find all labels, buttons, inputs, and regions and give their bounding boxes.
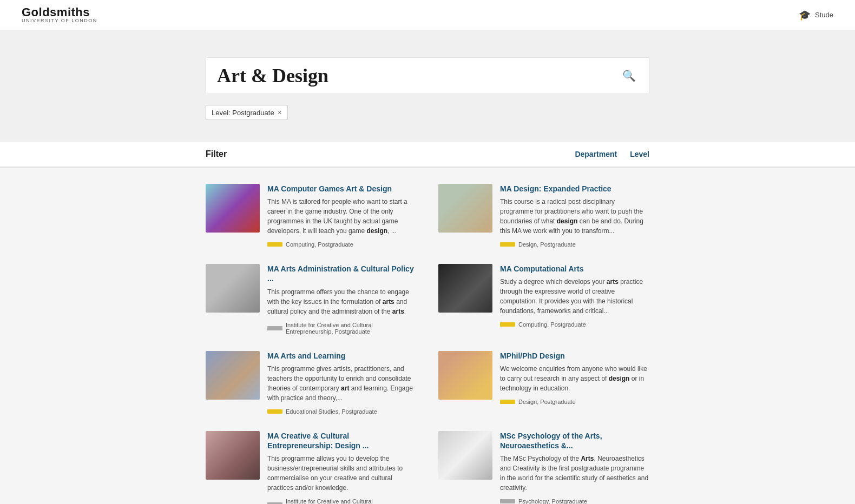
- course-tag-dot-arts-learning: [267, 409, 282, 414]
- mortarboard-icon: 🎓: [799, 9, 811, 21]
- course-info-arts-admin: MA Arts Administration & Cultural Policy…: [267, 264, 417, 334]
- course-card-arts-admin: MA Arts Administration & Cultural Policy…: [206, 264, 417, 334]
- filter-level[interactable]: Level: [630, 150, 649, 158]
- course-card-arts-learning: MA Arts and Learning This programme give…: [206, 351, 417, 415]
- filter-label: Filter: [206, 149, 227, 159]
- course-tags-computational-arts: Computing, Postgraduate: [500, 321, 649, 328]
- course-info-design-expanded: MA Design: Expanded Practice This course…: [500, 184, 649, 248]
- course-tags-creative-entrepreneurship: Institute for Creative and Cultural Entr…: [267, 498, 417, 504]
- logo-subtitle: University of London: [22, 18, 97, 23]
- course-desc-design-expanded: This course is a radical post-disciplina…: [500, 197, 649, 236]
- course-grid: MA Computer Games Art & Design This MA i…: [206, 184, 649, 504]
- course-title-computer-games[interactable]: MA Computer Games Art & Design: [267, 184, 417, 194]
- course-title-computational-arts[interactable]: MA Computational Arts: [500, 264, 649, 274]
- filter-department[interactable]: Department: [575, 150, 617, 158]
- course-tags-mphil-design: Design, Postgraduate: [500, 399, 649, 405]
- course-card-computational-arts: MA Computational Arts Study a degree whi…: [438, 264, 649, 334]
- course-tag-text-arts-learning: Educational Studies, Postgraduate: [286, 408, 377, 415]
- main-content: MA Computer Games Art & Design This MA i…: [184, 184, 671, 504]
- search-button[interactable]: 🔍: [620, 67, 638, 84]
- course-tag-text-mphil-design: Design, Postgraduate: [518, 399, 576, 405]
- course-tag-text-design-expanded: Design, Postgraduate: [518, 241, 576, 248]
- search-box: Art & Design 🔍: [206, 57, 649, 94]
- course-title-arts-admin[interactable]: MA Arts Administration & Cultural Policy…: [267, 264, 417, 283]
- course-tags-arts-learning: Educational Studies, Postgraduate: [267, 408, 417, 415]
- course-tag-text-creative-entrepreneurship: Institute for Creative and Cultural Entr…: [286, 498, 417, 504]
- active-filters: Level: Postgraduate ×: [206, 105, 649, 120]
- course-tags-msc-psychology: Psychology, Postgraduate: [500, 498, 649, 504]
- header-right: 🎓 Stude: [799, 9, 833, 21]
- course-tag-dot-msc-psychology: [500, 499, 515, 503]
- course-title-msc-psychology[interactable]: MSc Psychology of the Arts, Neuroaesthet…: [500, 431, 649, 450]
- course-title-creative-entrepreneurship[interactable]: MA Creative & Cultural Entrepreneurship:…: [267, 431, 417, 450]
- course-tag-text-computational-arts: Computing, Postgraduate: [518, 321, 586, 328]
- course-tags-design-expanded: Design, Postgraduate: [500, 241, 649, 248]
- site-logo[interactable]: Goldsmiths University of London: [22, 6, 97, 23]
- course-desc-mphil-design: We welcome enquiries from anyone who wou…: [500, 364, 649, 393]
- course-title-mphil-design[interactable]: MPhil/PhD Design: [500, 351, 649, 361]
- course-tag-text-msc-psychology: Psychology, Postgraduate: [518, 498, 587, 504]
- course-thumbnail-msc-psychology: [438, 431, 492, 480]
- course-desc-computer-games: This MA is tailored for people who want …: [267, 197, 417, 236]
- course-thumbnail-arts-admin: [206, 264, 260, 313]
- course-tag-dot-mphil-design: [500, 400, 515, 404]
- course-tag-dot-design-expanded: [500, 242, 515, 247]
- course-desc-arts-admin: This programme offers you the chance to …: [267, 287, 417, 316]
- course-desc-msc-psychology: The MSc Psychology of the Arts, Neuroaes…: [500, 454, 649, 493]
- course-thumbnail-computational-arts: [438, 264, 492, 313]
- course-tag-text-arts-admin: Institute for Creative and Cultural Entr…: [286, 322, 417, 335]
- course-card-computer-games: MA Computer Games Art & Design This MA i…: [206, 184, 417, 248]
- course-card-creative-entrepreneurship: MA Creative & Cultural Entrepreneurship:…: [206, 431, 417, 504]
- filter-tag-remove[interactable]: ×: [278, 108, 282, 117]
- page-title: Art & Design: [217, 64, 620, 87]
- course-info-msc-psychology: MSc Psychology of the Arts, Neuroaesthet…: [500, 431, 649, 504]
- filter-options: Department Level: [575, 150, 649, 158]
- student-link[interactable]: Stude: [815, 11, 833, 19]
- course-info-computational-arts: MA Computational Arts Study a degree whi…: [500, 264, 649, 328]
- course-thumbnail-mphil-design: [438, 351, 492, 400]
- course-tag-dot-computer-games: [267, 242, 282, 247]
- filter-bar: Filter Department Level: [0, 142, 855, 168]
- course-info-mphil-design: MPhil/PhD Design We welcome enquiries fr…: [500, 351, 649, 405]
- course-card-msc-psychology: MSc Psychology of the Arts, Neuroaesthet…: [438, 431, 649, 504]
- course-card-design-expanded: MA Design: Expanded Practice This course…: [438, 184, 649, 248]
- course-title-design-expanded[interactable]: MA Design: Expanded Practice: [500, 184, 649, 194]
- logo-name: Goldsmiths: [22, 6, 97, 18]
- course-tags-arts-admin: Institute for Creative and Cultural Entr…: [267, 322, 417, 335]
- course-title-arts-learning[interactable]: MA Arts and Learning: [267, 351, 417, 361]
- course-info-arts-learning: MA Arts and Learning This programme give…: [267, 351, 417, 415]
- course-tag-dot-computational-arts: [500, 322, 515, 327]
- course-tag-dot-arts-admin: [267, 326, 282, 330]
- course-desc-arts-learning: This programme gives artists, practition…: [267, 364, 417, 403]
- course-info-computer-games: MA Computer Games Art & Design This MA i…: [267, 184, 417, 248]
- course-card-mphil-design: MPhil/PhD Design We welcome enquiries fr…: [438, 351, 649, 415]
- course-thumbnail-creative-entrepreneurship: [206, 431, 260, 480]
- course-desc-creative-entrepreneurship: This programme allows you to develop the…: [267, 454, 417, 493]
- course-thumbnail-design-expanded: [438, 184, 492, 233]
- course-info-creative-entrepreneurship: MA Creative & Cultural Entrepreneurship:…: [267, 431, 417, 504]
- course-desc-computational-arts: Study a degree which develops your arts …: [500, 277, 649, 316]
- course-thumbnail-computer-games: [206, 184, 260, 233]
- course-tags-computer-games: Computing, Postgraduate: [267, 241, 417, 248]
- course-thumbnail-arts-learning: [206, 351, 260, 400]
- filter-tag-level-postgrad[interactable]: Level: Postgraduate ×: [206, 105, 288, 120]
- course-tag-text-computer-games: Computing, Postgraduate: [286, 241, 353, 248]
- hero-section: Art & Design 🔍 Level: Postgraduate ×: [0, 30, 855, 142]
- filter-tag-label: Level: Postgraduate: [212, 109, 274, 117]
- site-header: Goldsmiths University of London 🎓 Stude: [0, 0, 855, 30]
